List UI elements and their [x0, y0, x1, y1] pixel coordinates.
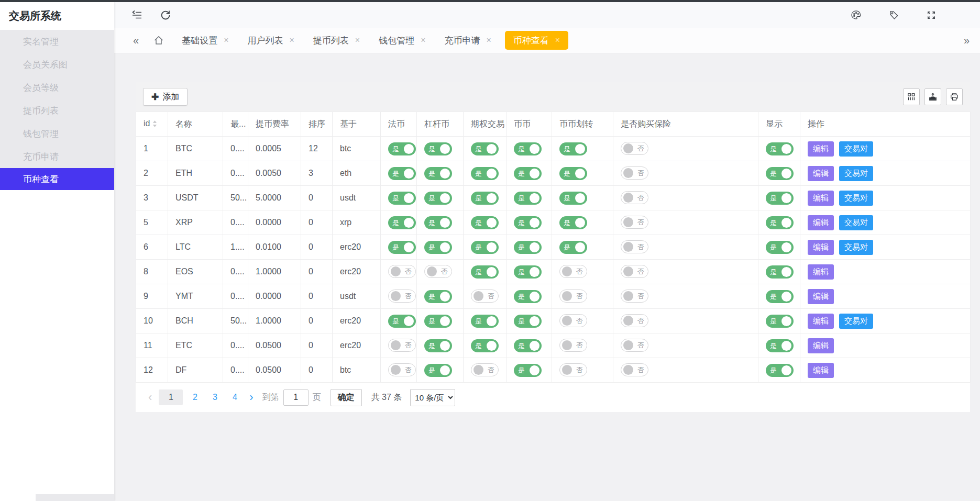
- edit-button[interactable]: 编辑: [808, 314, 834, 329]
- edit-button[interactable]: 编辑: [808, 191, 834, 206]
- toggle-off[interactable]: 否: [621, 265, 648, 278]
- toggle-on[interactable]: 是: [424, 216, 452, 229]
- toggle-off[interactable]: 否: [388, 339, 416, 352]
- toggle-on[interactable]: 是: [514, 216, 542, 229]
- toggle-on[interactable]: 是: [424, 290, 452, 303]
- edit-button[interactable]: 编辑: [808, 141, 834, 157]
- toggle-on[interactable]: 是: [388, 142, 416, 155]
- toggle-off[interactable]: 否: [471, 290, 499, 303]
- toggle-on[interactable]: 是: [471, 216, 499, 229]
- toggle-off[interactable]: 否: [388, 363, 416, 376]
- tag-icon[interactable]: [885, 6, 902, 24]
- toggle-on[interactable]: 是: [424, 192, 452, 205]
- sidebar-subitem-实名管理[interactable]: 实名管理: [0, 30, 114, 53]
- home-tab-icon[interactable]: [145, 35, 172, 46]
- toggle-on[interactable]: 是: [424, 167, 452, 180]
- toggle-on[interactable]: 是: [424, 241, 452, 254]
- toggle-on[interactable]: 是: [766, 290, 794, 303]
- toggle-on[interactable]: 是: [424, 339, 452, 352]
- edit-button[interactable]: 编辑: [808, 338, 834, 353]
- toggle-off[interactable]: 否: [388, 265, 416, 278]
- edit-button[interactable]: 编辑: [808, 289, 834, 304]
- trading-pair-button[interactable]: 交易对: [839, 191, 873, 206]
- toggle-on[interactable]: 是: [471, 167, 499, 180]
- tab-close-icon[interactable]: ×: [487, 36, 491, 45]
- tab-提币列表[interactable]: 提币列表×: [304, 28, 369, 53]
- tab-基础设置[interactable]: 基础设置×: [172, 28, 238, 53]
- toggle-on[interactable]: 是: [766, 192, 794, 205]
- edit-button[interactable]: 编辑: [808, 215, 834, 230]
- toggle-on[interactable]: 是: [766, 265, 794, 279]
- toggle-off[interactable]: 否: [621, 290, 648, 303]
- page-number-2[interactable]: 2: [187, 389, 203, 405]
- sidebar-subitem-会员关系图[interactable]: 会员关系图: [0, 53, 114, 76]
- refresh-icon[interactable]: [157, 6, 174, 24]
- toggle-on[interactable]: 是: [471, 315, 499, 328]
- toggle-off[interactable]: 否: [559, 363, 587, 376]
- toggle-on[interactable]: 是: [388, 192, 416, 205]
- toggle-off[interactable]: 否: [559, 290, 587, 303]
- toggle-off[interactable]: 否: [621, 166, 648, 180]
- toggle-off[interactable]: 否: [471, 363, 499, 376]
- toggle-off[interactable]: 否: [559, 314, 587, 327]
- confirm-page-button[interactable]: 确定: [331, 389, 362, 406]
- toggle-off[interactable]: 否: [559, 339, 587, 352]
- toggle-on[interactable]: 是: [424, 142, 452, 155]
- sidebar-subitem-钱包管理[interactable]: 钱包管理: [0, 122, 114, 145]
- toggle-on[interactable]: 是: [766, 339, 794, 352]
- trading-pair-button[interactable]: 交易对: [839, 141, 873, 157]
- sidebar-subitem-提币列表[interactable]: 提币列表: [0, 99, 114, 122]
- tab-close-icon[interactable]: ×: [355, 36, 360, 45]
- toggle-on[interactable]: 是: [424, 364, 452, 377]
- toggle-off[interactable]: 否: [621, 339, 648, 352]
- toggle-on[interactable]: 是: [388, 167, 416, 180]
- toggle-on[interactable]: 是: [766, 364, 794, 377]
- toggle-off[interactable]: 否: [559, 265, 587, 278]
- toggle-off[interactable]: 否: [621, 191, 648, 204]
- prev-page-icon[interactable]: ‹: [144, 392, 157, 403]
- toggle-on[interactable]: 是: [388, 241, 416, 254]
- tab-钱包管理[interactable]: 钱包管理×: [369, 28, 435, 53]
- toggle-on[interactable]: 是: [766, 315, 794, 328]
- toggle-on[interactable]: 是: [514, 241, 542, 254]
- fullscreen-icon[interactable]: [922, 6, 940, 24]
- toggle-on[interactable]: 是: [514, 192, 542, 205]
- tabs-scroll-right-icon[interactable]: »: [957, 35, 976, 47]
- toggle-on[interactable]: 是: [471, 192, 499, 205]
- toggle-on[interactable]: 是: [766, 241, 794, 254]
- toggle-on[interactable]: 是: [559, 167, 587, 180]
- toggle-off[interactable]: 否: [621, 314, 648, 327]
- sidebar-subitem-充币申请[interactable]: 充币申请: [0, 145, 114, 168]
- toggle-on[interactable]: 是: [471, 241, 499, 254]
- toggle-on[interactable]: 是: [471, 339, 499, 352]
- toggle-off[interactable]: 否: [621, 240, 648, 253]
- toggle-on[interactable]: 是: [766, 142, 794, 155]
- page-number-1[interactable]: 1: [159, 389, 183, 405]
- toggle-on[interactable]: 是: [514, 364, 542, 377]
- tab-close-icon[interactable]: ×: [555, 36, 560, 45]
- toggle-on[interactable]: 是: [388, 216, 416, 229]
- page-number-3[interactable]: 3: [207, 389, 223, 405]
- toggle-on[interactable]: 是: [514, 167, 542, 180]
- toggle-on[interactable]: 是: [514, 142, 542, 155]
- edit-button[interactable]: 编辑: [808, 264, 834, 280]
- toggle-off[interactable]: 否: [621, 363, 648, 376]
- tab-充币申请[interactable]: 充币申请×: [435, 28, 501, 53]
- toggle-on[interactable]: 是: [424, 315, 452, 328]
- sidebar-subitem-会员等级[interactable]: 会员等级: [0, 76, 114, 99]
- toggle-off[interactable]: 否: [621, 216, 648, 229]
- add-button[interactable]: ✚ 添加: [143, 88, 188, 106]
- toggle-on[interactable]: 是: [471, 142, 499, 155]
- sort-icon[interactable]: [152, 120, 157, 129]
- page-size-select[interactable]: 10 条/页: [410, 389, 455, 406]
- sidebar-item-active-币种查看[interactable]: 币种查看: [0, 168, 114, 190]
- edit-button[interactable]: 编辑: [808, 240, 834, 255]
- toggle-on[interactable]: 是: [514, 290, 542, 303]
- toggle-on[interactable]: 是: [559, 216, 587, 229]
- toggle-on[interactable]: 是: [514, 315, 542, 328]
- tab-close-icon[interactable]: ×: [289, 36, 294, 45]
- trading-pair-button[interactable]: 交易对: [839, 166, 873, 181]
- edit-button[interactable]: 编辑: [808, 166, 834, 181]
- toggle-on[interactable]: 是: [559, 192, 587, 205]
- edit-button[interactable]: 编辑: [808, 363, 834, 378]
